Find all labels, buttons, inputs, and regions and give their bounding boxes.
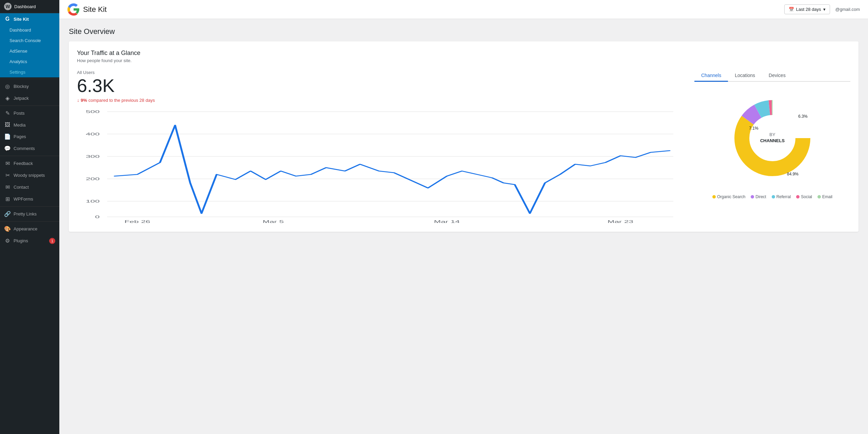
wp-dashboard-item[interactable]: W Dashboard bbox=[0, 0, 59, 13]
sidebar-item-wpforms[interactable]: ⊞ WPForms bbox=[0, 193, 59, 205]
legend-dot-referral bbox=[772, 195, 775, 199]
pretty-links-label: Pretty Links bbox=[14, 211, 37, 216]
plugins-icon: ⚙ bbox=[4, 238, 11, 244]
sidebar-item-pages[interactable]: 📄 Pages bbox=[0, 131, 59, 143]
comments-label: Comments bbox=[14, 146, 35, 151]
sitekit-label: Site Kit bbox=[14, 17, 29, 22]
media-label: Media bbox=[14, 122, 25, 128]
center-label-by: BY bbox=[769, 132, 775, 137]
sidebar-item-media[interactable]: 🖼 Media bbox=[0, 119, 59, 131]
sidebar-item-analytics[interactable]: Analytics bbox=[0, 56, 59, 67]
donut-section: Channels Locations Devices bbox=[694, 70, 850, 199]
legend-label-social: Social bbox=[801, 194, 812, 199]
date-range-button[interactable]: 📅 Last 28 days ▾ bbox=[784, 4, 830, 14]
divider-1 bbox=[0, 79, 59, 79]
sk-dashboard-label: Dashboard bbox=[9, 27, 31, 33]
legend-label-direct: Direct bbox=[755, 194, 766, 199]
pretty-links-icon: 🔗 bbox=[4, 211, 11, 217]
svg-text:Feb 26: Feb 26 bbox=[124, 220, 150, 224]
user-email: @gmail.com bbox=[835, 7, 860, 12]
down-arrow-icon: ↓ bbox=[77, 97, 79, 103]
annotation-direct: 7.1% bbox=[749, 126, 758, 131]
blocksy-icon: ◎ bbox=[4, 83, 11, 90]
divider-4 bbox=[0, 206, 59, 207]
chevron-down-icon: ▾ bbox=[823, 7, 826, 12]
svg-text:300: 300 bbox=[86, 154, 100, 158]
legend-item-social: Social bbox=[796, 194, 812, 199]
jetpack-label: Jetpack bbox=[14, 96, 29, 101]
comparison-pct: 9% bbox=[81, 98, 87, 103]
appearance-label: Appearance bbox=[14, 226, 37, 231]
topbar-right: 📅 Last 28 days ▾ @gmail.com bbox=[784, 4, 860, 14]
content-area: Site Overview Your Traffic at a Glance H… bbox=[59, 19, 868, 434]
line-chart: 500 400 300 200 100 0 Feb 26 Mar 5 Mar 1… bbox=[77, 108, 681, 224]
sidebar-item-contact[interactable]: ✉ Contact bbox=[0, 181, 59, 193]
date-range-label: Last 28 days bbox=[796, 7, 821, 12]
tab-locations[interactable]: Locations bbox=[728, 70, 762, 82]
sidebar-item-jetpack[interactable]: ◈ Jetpack bbox=[0, 92, 59, 104]
settings-label: Settings bbox=[9, 70, 25, 75]
svg-text:200: 200 bbox=[86, 177, 100, 181]
sidebar-item-appearance[interactable]: 🎨 Appearance bbox=[0, 223, 59, 235]
chart-section: All Users 6.3K ↓ 9% compared to the prev… bbox=[77, 70, 681, 224]
legend-item-direct: Direct bbox=[751, 194, 766, 199]
big-number: 6.3K bbox=[77, 76, 681, 95]
plugins-badge: 1 bbox=[49, 238, 55, 244]
sidebar-item-blocksy[interactable]: ◎ Blocksy bbox=[0, 80, 59, 92]
analytics-label: Analytics bbox=[9, 59, 27, 64]
sidebar-item-settings[interactable]: Settings bbox=[0, 67, 59, 77]
comparison: ↓ 9% compared to the previous 28 days bbox=[77, 97, 681, 103]
line-chart-svg: 500 400 300 200 100 0 Feb 26 Mar 5 Mar 1… bbox=[77, 108, 681, 224]
topbar-title: Site Kit bbox=[83, 5, 107, 14]
legend-dot-direct bbox=[751, 195, 754, 199]
main-content: Site Kit 📅 Last 28 days ▾ @gmail.com Sit… bbox=[59, 0, 868, 434]
tab-channels[interactable]: Channels bbox=[694, 70, 728, 82]
sidebar-item-sk-dashboard[interactable]: Dashboard bbox=[0, 25, 59, 35]
pages-label: Pages bbox=[14, 134, 26, 139]
all-users-label: All Users bbox=[77, 70, 681, 75]
svg-text:0: 0 bbox=[95, 215, 100, 219]
feedback-label: Feedback bbox=[14, 161, 33, 166]
donut-chart-area: BY CHANNELS 6.3% 7.1% 84.9% bbox=[694, 87, 850, 189]
legend-label-email: Email bbox=[822, 194, 832, 199]
blocksy-label: Blocksy bbox=[14, 84, 29, 89]
card-desc: How people found your site. bbox=[77, 58, 850, 63]
posts-label: Posts bbox=[14, 111, 25, 116]
wp-icon: W bbox=[4, 3, 12, 10]
donut-tabs: Channels Locations Devices bbox=[694, 70, 850, 82]
traffic-card: Your Traffic at a Glance How people foun… bbox=[69, 41, 859, 232]
sidebar-item-comments[interactable]: 💬 Comments bbox=[0, 143, 59, 154]
sidebar-item-plugins[interactable]: ⚙ Plugins 1 bbox=[0, 235, 59, 247]
legend-label-referral: Referral bbox=[776, 194, 791, 199]
search-console-label: Search Console bbox=[9, 38, 41, 43]
sidebar-item-search-console[interactable]: Search Console bbox=[0, 35, 59, 46]
legend-label-organic: Organic Search bbox=[717, 194, 745, 199]
svg-text:Mar 14: Mar 14 bbox=[434, 220, 460, 224]
sidebar-item-adsense[interactable]: AdSense bbox=[0, 46, 59, 56]
legend-dot-email bbox=[817, 195, 821, 199]
tab-devices[interactable]: Devices bbox=[762, 70, 792, 82]
page-title: Site Overview bbox=[69, 27, 859, 36]
sidebar-item-posts[interactable]: ✎ Posts bbox=[0, 107, 59, 119]
legend-item-email: Email bbox=[817, 194, 832, 199]
comments-icon: 💬 bbox=[4, 145, 11, 152]
legend-dot-organic bbox=[712, 195, 716, 199]
sidebar-item-sitekit[interactable]: G Site Kit bbox=[0, 13, 59, 25]
legend-item-organic: Organic Search bbox=[712, 194, 745, 199]
posts-icon: ✎ bbox=[4, 110, 11, 116]
comparison-text: compared to the previous 28 days bbox=[88, 98, 155, 103]
woody-icon: ✂ bbox=[4, 172, 11, 178]
annotation-organic: 84.9% bbox=[787, 172, 798, 176]
contact-icon: ✉ bbox=[4, 184, 11, 190]
sidebar-item-feedback[interactable]: ✉ Feedback bbox=[0, 157, 59, 169]
svg-text:Mar 5: Mar 5 bbox=[263, 220, 284, 224]
donut-chart-svg: BY CHANNELS 6.3% 7.1% 84.9% bbox=[722, 87, 823, 189]
legend-item-referral: Referral bbox=[772, 194, 791, 199]
annotation-referral: 6.3% bbox=[798, 114, 808, 119]
divider-3 bbox=[0, 156, 59, 156]
wp-dashboard-label: Dashboard bbox=[14, 4, 36, 9]
wpforms-icon: ⊞ bbox=[4, 196, 11, 202]
sidebar-item-woody-snippets[interactable]: ✂ Woody snippets bbox=[0, 169, 59, 181]
sidebar-item-pretty-links[interactable]: 🔗 Pretty Links bbox=[0, 208, 59, 220]
sitekit-nav: G Site Kit Dashboard Search Console AdSe… bbox=[0, 13, 59, 77]
